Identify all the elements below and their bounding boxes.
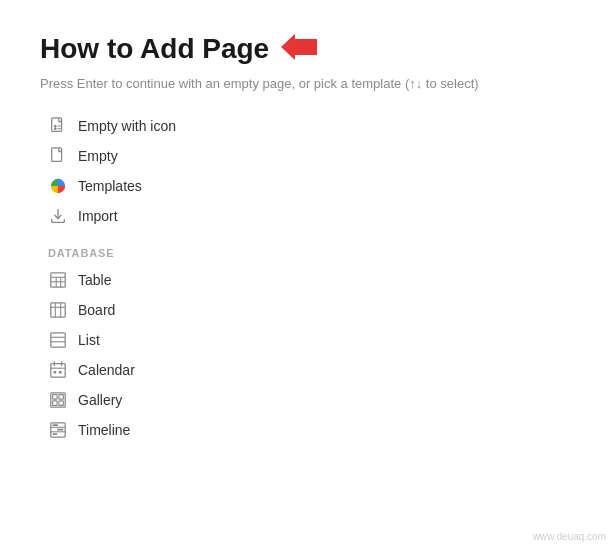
- menu-item-calendar[interactable]: Calendar: [40, 355, 574, 385]
- page-title: How to Add Page: [40, 32, 269, 66]
- menu-item-label-gallery: Gallery: [78, 392, 122, 408]
- menu-item-empty-with-icon[interactable]: Empty with icon: [40, 111, 574, 141]
- svg-rect-7: [51, 272, 65, 286]
- menu-item-import[interactable]: Import: [40, 201, 574, 231]
- menu-item-timeline[interactable]: Timeline: [40, 415, 574, 445]
- svg-rect-26: [53, 394, 58, 399]
- svg-rect-19: [51, 363, 65, 377]
- doc-icon: [48, 116, 68, 136]
- menu-item-templates[interactable]: Templates: [40, 171, 574, 201]
- templates-icon: [48, 176, 68, 196]
- svg-rect-24: [59, 370, 62, 373]
- menu-item-empty[interactable]: Empty: [40, 141, 574, 171]
- svg-rect-34: [57, 428, 63, 430]
- gallery-icon: [48, 390, 68, 410]
- svg-rect-23: [54, 370, 57, 373]
- list-icon: [48, 330, 68, 350]
- svg-point-2: [54, 124, 57, 127]
- menu-item-label-calendar: Calendar: [78, 362, 135, 378]
- svg-rect-12: [51, 302, 65, 316]
- menu-item-board[interactable]: Board: [40, 295, 574, 325]
- svg-rect-27: [59, 394, 64, 399]
- menu-item-label-list: List: [78, 332, 100, 348]
- svg-rect-6: [52, 147, 62, 161]
- svg-rect-33: [53, 424, 58, 426]
- title-row: How to Add Page: [40, 32, 574, 66]
- svg-rect-29: [59, 400, 64, 405]
- svg-rect-28: [53, 400, 58, 405]
- timeline-icon: [48, 420, 68, 440]
- svg-rect-35: [53, 433, 58, 435]
- calendar-icon: [48, 360, 68, 380]
- main-container: How to Add Page Press Enter to continue …: [0, 0, 614, 477]
- menu-item-gallery[interactable]: Gallery: [40, 385, 574, 415]
- menu-item-label-table: Table: [78, 272, 111, 288]
- subtitle: Press Enter to continue with an empty pa…: [40, 76, 574, 91]
- database-section-label: DATABASE: [40, 231, 574, 265]
- svg-point-4: [54, 127, 57, 130]
- menu-item-list[interactable]: List: [40, 325, 574, 355]
- svg-rect-16: [51, 332, 65, 346]
- menu-item-label-templates: Templates: [78, 178, 142, 194]
- database-list: Table Board List: [40, 265, 574, 445]
- table-icon: [48, 270, 68, 290]
- import-icon: [48, 206, 68, 226]
- menu-item-label-empty-with-icon: Empty with icon: [78, 118, 176, 134]
- doc-plain-icon: [48, 146, 68, 166]
- board-icon: [48, 300, 68, 320]
- arrow-icon: [281, 33, 317, 65]
- menu-item-label-timeline: Timeline: [78, 422, 130, 438]
- watermark: www.deuaq.com: [533, 531, 606, 542]
- menu-item-table[interactable]: Table: [40, 265, 574, 295]
- svg-marker-0: [281, 34, 317, 60]
- menu-item-label-import: Import: [78, 208, 118, 224]
- svg-rect-1: [52, 117, 62, 130]
- menu-item-label-empty: Empty: [78, 148, 118, 164]
- page-type-list: Empty with icon Empty Templates: [40, 111, 574, 231]
- menu-item-label-board: Board: [78, 302, 115, 318]
